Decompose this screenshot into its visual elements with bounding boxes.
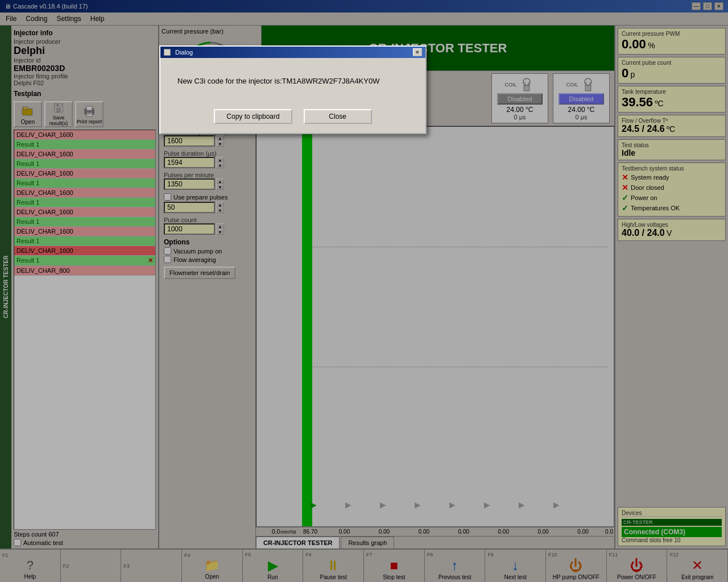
dialog-titlebar: Dialog ✕ <box>160 47 425 58</box>
dialog-close-x-button[interactable]: ✕ <box>413 48 422 56</box>
close-button[interactable]: Close <box>304 109 372 124</box>
dialog-box: Dialog ✕ New C3i code for the injector i… <box>159 45 427 134</box>
copy-to-clipboard-button[interactable]: Copy to clipboard <box>214 109 292 124</box>
dialog-message: New C3i code for the injector is:TM1A8WR… <box>177 77 379 85</box>
dialog-title: Dialog <box>175 49 193 56</box>
dialog-buttons: Copy to clipboard Close <box>160 103 425 133</box>
dialog-icon <box>164 49 171 56</box>
dialog-overlay: Dialog ✕ New C3i code for the injector i… <box>0 0 728 582</box>
dialog-content: New C3i code for the injector is:TM1A8WR… <box>160 58 425 103</box>
